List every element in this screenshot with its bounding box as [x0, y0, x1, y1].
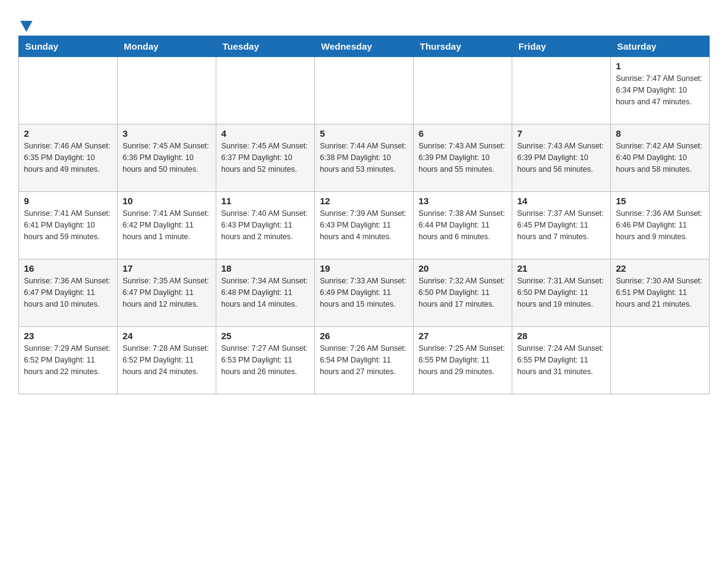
day-info: Sunrise: 7:38 AM Sunset: 6:44 PM Dayligh…: [419, 208, 507, 242]
calendar-cell: 10Sunrise: 7:41 AM Sunset: 6:42 PM Dayli…: [118, 192, 216, 259]
calendar-cell: 12Sunrise: 7:39 AM Sunset: 6:43 PM Dayli…: [315, 192, 414, 259]
day-number: 6: [419, 128, 507, 139]
day-info: Sunrise: 7:31 AM Sunset: 6:50 PM Dayligh…: [517, 275, 605, 310]
calendar-cell: 19Sunrise: 7:33 AM Sunset: 6:49 PM Dayli…: [315, 259, 414, 327]
calendar-header: SundayMondayTuesdayWednesdayThursdayFrid…: [19, 36, 710, 57]
day-number: 17: [123, 263, 211, 274]
day-info: Sunrise: 7:35 AM Sunset: 6:47 PM Dayligh…: [123, 275, 211, 310]
day-number: 28: [517, 331, 605, 341]
weekday-header-friday: Friday: [512, 36, 611, 57]
weekday-header-saturday: Saturday: [611, 36, 710, 57]
day-number: 24: [123, 331, 211, 341]
weekday-header-row: SundayMondayTuesdayWednesdayThursdayFrid…: [19, 36, 710, 57]
day-info: Sunrise: 7:45 AM Sunset: 6:36 PM Dayligh…: [123, 140, 211, 175]
calendar-cell: 14Sunrise: 7:37 AM Sunset: 6:45 PM Dayli…: [512, 192, 611, 259]
calendar-cell: 28Sunrise: 7:24 AM Sunset: 6:55 PM Dayli…: [512, 327, 611, 394]
calendar-week-row: 23Sunrise: 7:29 AM Sunset: 6:52 PM Dayli…: [19, 327, 710, 394]
calendar-cell: 7Sunrise: 7:43 AM Sunset: 6:39 PM Daylig…: [512, 124, 611, 192]
calendar-cell: [118, 57, 216, 124]
calendar-week-row: 9Sunrise: 7:41 AM Sunset: 6:41 PM Daylig…: [19, 192, 710, 259]
day-number: 7: [517, 128, 605, 139]
calendar-cell: 26Sunrise: 7:26 AM Sunset: 6:54 PM Dayli…: [315, 327, 414, 394]
day-number: 8: [616, 128, 704, 139]
day-number: 16: [24, 263, 112, 274]
day-number: 15: [616, 196, 704, 206]
day-number: 26: [320, 331, 408, 341]
calendar-cell: 3Sunrise: 7:45 AM Sunset: 6:36 PM Daylig…: [118, 124, 216, 192]
weekday-header-thursday: Thursday: [414, 36, 512, 57]
day-info: Sunrise: 7:43 AM Sunset: 6:39 PM Dayligh…: [517, 140, 605, 175]
calendar-cell: 18Sunrise: 7:34 AM Sunset: 6:48 PM Dayli…: [216, 259, 315, 327]
day-info: Sunrise: 7:28 AM Sunset: 6:52 PM Dayligh…: [123, 343, 211, 377]
calendar-cell: [611, 327, 710, 394]
day-info: Sunrise: 7:36 AM Sunset: 6:47 PM Dayligh…: [24, 275, 112, 310]
calendar-cell: 24Sunrise: 7:28 AM Sunset: 6:52 PM Dayli…: [118, 327, 216, 394]
calendar-cell: [315, 57, 414, 124]
day-number: 10: [123, 196, 211, 206]
day-info: Sunrise: 7:40 AM Sunset: 6:43 PM Dayligh…: [221, 208, 309, 242]
day-info: Sunrise: 7:43 AM Sunset: 6:39 PM Dayligh…: [419, 140, 507, 175]
calendar-week-row: 1Sunrise: 7:47 AM Sunset: 6:34 PM Daylig…: [19, 57, 710, 124]
day-number: 13: [419, 196, 507, 206]
calendar-cell: 13Sunrise: 7:38 AM Sunset: 6:44 PM Dayli…: [414, 192, 512, 259]
day-info: Sunrise: 7:26 AM Sunset: 6:54 PM Dayligh…: [320, 343, 408, 377]
calendar-cell: 8Sunrise: 7:42 AM Sunset: 6:40 PM Daylig…: [611, 124, 710, 192]
day-number: 5: [320, 128, 408, 139]
day-number: 18: [221, 263, 309, 274]
day-info: Sunrise: 7:37 AM Sunset: 6:45 PM Dayligh…: [517, 208, 605, 242]
day-info: Sunrise: 7:25 AM Sunset: 6:55 PM Dayligh…: [419, 343, 507, 377]
day-info: Sunrise: 7:41 AM Sunset: 6:42 PM Dayligh…: [123, 208, 211, 242]
day-number: 22: [616, 263, 704, 274]
day-number: 23: [24, 331, 112, 341]
day-info: Sunrise: 7:34 AM Sunset: 6:48 PM Dayligh…: [221, 275, 309, 310]
day-number: 14: [517, 196, 605, 206]
day-number: 2: [24, 128, 112, 139]
day-number: 25: [221, 331, 309, 341]
day-number: 4: [221, 128, 309, 139]
calendar-cell: 6Sunrise: 7:43 AM Sunset: 6:39 PM Daylig…: [414, 124, 512, 192]
day-number: 20: [419, 263, 507, 274]
calendar-cell: [216, 57, 315, 124]
calendar-cell: 4Sunrise: 7:45 AM Sunset: 6:37 PM Daylig…: [216, 124, 315, 192]
day-number: 12: [320, 196, 408, 206]
day-info: Sunrise: 7:33 AM Sunset: 6:49 PM Dayligh…: [320, 275, 408, 310]
day-info: Sunrise: 7:46 AM Sunset: 6:35 PM Dayligh…: [24, 140, 112, 175]
day-number: 27: [419, 331, 507, 341]
calendar-body: 1Sunrise: 7:47 AM Sunset: 6:34 PM Daylig…: [19, 57, 710, 394]
day-number: 9: [24, 196, 112, 206]
weekday-header-tuesday: Tuesday: [216, 36, 315, 57]
calendar-cell: 9Sunrise: 7:41 AM Sunset: 6:41 PM Daylig…: [19, 192, 118, 259]
calendar-cell: 16Sunrise: 7:36 AM Sunset: 6:47 PM Dayli…: [19, 259, 118, 327]
day-info: Sunrise: 7:24 AM Sunset: 6:55 PM Dayligh…: [517, 343, 605, 377]
calendar-cell: 27Sunrise: 7:25 AM Sunset: 6:55 PM Dayli…: [414, 327, 512, 394]
calendar-week-row: 2Sunrise: 7:46 AM Sunset: 6:35 PM Daylig…: [19, 124, 710, 192]
day-info: Sunrise: 7:39 AM Sunset: 6:43 PM Dayligh…: [320, 208, 408, 242]
calendar-cell: [19, 57, 118, 124]
day-info: Sunrise: 7:32 AM Sunset: 6:50 PM Dayligh…: [419, 275, 507, 310]
day-info: Sunrise: 7:41 AM Sunset: 6:41 PM Dayligh…: [24, 208, 112, 242]
logo-triangle-icon: [20, 21, 32, 32]
day-info: Sunrise: 7:29 AM Sunset: 6:52 PM Dayligh…: [24, 343, 112, 377]
day-info: Sunrise: 7:27 AM Sunset: 6:53 PM Dayligh…: [221, 343, 309, 377]
day-info: Sunrise: 7:30 AM Sunset: 6:51 PM Dayligh…: [616, 275, 704, 310]
calendar-week-row: 16Sunrise: 7:36 AM Sunset: 6:47 PM Dayli…: [19, 259, 710, 327]
calendar-cell: [414, 57, 512, 124]
calendar-cell: [512, 57, 611, 124]
logo: [18, 18, 32, 29]
calendar-cell: 5Sunrise: 7:44 AM Sunset: 6:38 PM Daylig…: [315, 124, 414, 192]
weekday-header-wednesday: Wednesday: [315, 36, 414, 57]
calendar-cell: 2Sunrise: 7:46 AM Sunset: 6:35 PM Daylig…: [19, 124, 118, 192]
calendar-cell: 20Sunrise: 7:32 AM Sunset: 6:50 PM Dayli…: [414, 259, 512, 327]
day-number: 11: [221, 196, 309, 206]
calendar-cell: 1Sunrise: 7:47 AM Sunset: 6:34 PM Daylig…: [611, 57, 710, 124]
calendar-cell: 21Sunrise: 7:31 AM Sunset: 6:50 PM Dayli…: [512, 259, 611, 327]
weekday-header-monday: Monday: [118, 36, 216, 57]
calendar-cell: 25Sunrise: 7:27 AM Sunset: 6:53 PM Dayli…: [216, 327, 315, 394]
weekday-header-sunday: Sunday: [19, 36, 118, 57]
calendar-cell: 11Sunrise: 7:40 AM Sunset: 6:43 PM Dayli…: [216, 192, 315, 259]
calendar-cell: 22Sunrise: 7:30 AM Sunset: 6:51 PM Dayli…: [611, 259, 710, 327]
day-number: 1: [616, 61, 704, 71]
day-info: Sunrise: 7:45 AM Sunset: 6:37 PM Dayligh…: [221, 140, 309, 175]
calendar-cell: 15Sunrise: 7:36 AM Sunset: 6:46 PM Dayli…: [611, 192, 710, 259]
day-info: Sunrise: 7:42 AM Sunset: 6:40 PM Dayligh…: [616, 140, 704, 175]
